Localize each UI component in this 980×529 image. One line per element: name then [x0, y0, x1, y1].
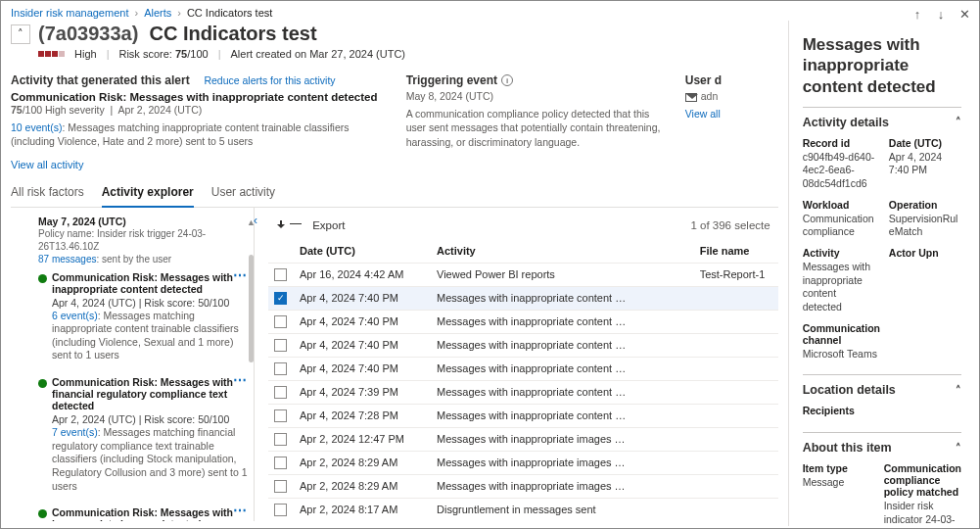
- record-id-label: Record id: [803, 137, 875, 149]
- info-icon[interactable]: i: [501, 74, 513, 86]
- row-checkbox[interactable]: [274, 386, 287, 399]
- view-all-user-link[interactable]: View all: [685, 108, 721, 120]
- risk-score: Risk score: 75/100: [118, 48, 208, 60]
- chevron-right-icon: ›: [177, 7, 181, 19]
- cell-date: Apr 2, 2024 12:47 PM: [300, 433, 437, 445]
- cell-date: Apr 16, 2024 4:42 AM: [300, 268, 437, 280]
- table-row[interactable]: Apr 2, 2024 8:29 AMMessages with inappro…: [268, 474, 778, 498]
- table-row[interactable]: Apr 16, 2024 4:42 AMViewed Power BI repo…: [268, 263, 778, 286]
- timeline-item-title: Communication Risk: Messages with inappr…: [52, 506, 233, 520]
- col-date[interactable]: Date (UTC): [300, 245, 437, 257]
- cell-activity: Messages with inappropriate images …: [437, 480, 700, 492]
- activity-title: Communication Risk: Messages with inappr…: [11, 91, 383, 103]
- tab-activity-explorer[interactable]: Activity explorer: [102, 179, 194, 208]
- timeline-item[interactable]: Communication Risk: Messages with financ…: [38, 376, 248, 493]
- activity-events: 10 event(s): Messages matching inappropr…: [11, 120, 383, 148]
- cell-date: Apr 4, 2024 7:40 PM: [300, 292, 437, 304]
- cell-date: Apr 2, 2024 8:29 AM: [300, 457, 437, 468]
- cell-activity: Messages with inappropriate content …: [437, 292, 700, 304]
- table-row[interactable]: Apr 4, 2024 7:40 PMMessages with inappro…: [268, 310, 778, 333]
- more-icon[interactable]: ⋯: [233, 376, 248, 384]
- timeline-item[interactable]: Communication Risk: Messages with inappr…: [38, 506, 248, 520]
- chevron-up-icon[interactable]: ˄: [956, 442, 961, 455]
- cell-date: Apr 4, 2024 7:39 PM: [300, 386, 437, 398]
- row-checkbox[interactable]: [274, 409, 287, 422]
- item-type-label: Item type: [803, 462, 870, 474]
- cell-date: Apr 4, 2024 7:40 PM: [300, 362, 437, 374]
- cell-activity: Messages with inappropriate images …: [437, 433, 700, 445]
- row-checkbox[interactable]: [274, 315, 287, 328]
- row-checkbox[interactable]: [274, 268, 287, 281]
- row-checkbox[interactable]: [274, 433, 287, 446]
- chevron-up-icon[interactable]: ˄: [956, 116, 961, 128]
- activity-header: Activity that generated this alert: [11, 73, 190, 87]
- row-checkbox[interactable]: [274, 480, 287, 493]
- activity-timeline: ▲ May 7, 2024 (UTC) Policy name: Insider…: [11, 208, 254, 521]
- more-icon[interactable]: ⋯: [233, 271, 248, 279]
- cell-activity: Messages with inappropriate images …: [437, 457, 700, 468]
- table-row[interactable]: Apr 4, 2024 7:40 PMMessages with inappro…: [268, 357, 778, 380]
- collapse-timeline-icon[interactable]: ‹: [254, 214, 257, 227]
- timeline-item-title: Communication Risk: Messages with financ…: [52, 376, 233, 411]
- tab-all-risk-factors[interactable]: All risk factors: [11, 179, 84, 207]
- scroll-hint[interactable]: ▲: [247, 217, 254, 230]
- workload-label: Workload: [803, 199, 875, 211]
- col-activity[interactable]: Activity: [437, 245, 700, 257]
- table-row[interactable]: Apr 4, 2024 7:39 PMMessages with inappro…: [268, 380, 778, 404]
- table-row[interactable]: Apr 4, 2024 7:40 PMMessages with inappro…: [268, 333, 778, 357]
- timeline-item-meta: Apr 4, 2024 (UTC) | Risk score: 50/100: [52, 297, 248, 309]
- row-checkbox[interactable]: [274, 457, 287, 469]
- crumb-alerts[interactable]: Alerts: [144, 7, 171, 19]
- export-button[interactable]: Export: [276, 219, 345, 231]
- cell-activity: Messages with inappropriate content …: [437, 386, 700, 398]
- record-id-value: c904fb49-d640-4ec2-6ea6-08dc54df1cd6: [803, 151, 875, 191]
- alert-meta: High| Risk score: 75/100| Alert created …: [38, 48, 778, 60]
- policy-value: Insider risk indicator 24-03-22T17.34.55…: [884, 500, 961, 526]
- cell-activity: Viewed Power BI reports: [437, 268, 700, 280]
- row-checkbox[interactable]: [274, 362, 287, 375]
- event-count-link[interactable]: 6 event(s): [52, 310, 98, 321]
- table-row[interactable]: Apr 4, 2024 7:28 PMMessages with inappro…: [268, 404, 778, 427]
- activity-label: Activity: [803, 247, 875, 259]
- event-count-link[interactable]: 10 event(s): [11, 121, 63, 133]
- workload-value: Communication compliance: [803, 213, 875, 239]
- row-checkbox[interactable]: ✓: [274, 292, 287, 305]
- policy-label: Communication compliance policy matched: [884, 462, 961, 498]
- reduce-alerts-link[interactable]: Reduce alerts for this activity: [204, 74, 335, 86]
- event-count-link[interactable]: 7 event(s): [52, 426, 98, 438]
- activity-details-header: Activity details: [803, 116, 889, 129]
- timeline-item[interactable]: Communication Risk: Messages with inappr…: [38, 271, 248, 363]
- date-label: Date (UTC): [889, 137, 961, 149]
- col-file[interactable]: File name: [700, 245, 778, 257]
- crumb-root[interactable]: Insider risk management: [11, 7, 128, 19]
- row-checkbox[interactable]: [274, 339, 287, 352]
- row-checkbox[interactable]: [274, 504, 287, 516]
- cell-date: Apr 4, 2024 7:40 PM: [300, 315, 437, 327]
- download-icon: [276, 220, 286, 230]
- about-item-header: About this item: [803, 441, 892, 455]
- cell-file: Test-Report-1: [700, 268, 778, 280]
- chevron-up-icon[interactable]: ˄: [956, 384, 961, 397]
- item-type-value: Message: [803, 476, 870, 490]
- view-all-activity-link[interactable]: View all activity: [11, 159, 83, 170]
- trigger-date: May 8, 2024 (UTC): [406, 89, 662, 103]
- tab-user-activity[interactable]: User activity: [211, 179, 275, 207]
- breadcrumb: Insider risk management › Alerts › CC In…: [1, 1, 979, 21]
- table-row[interactable]: Apr 2, 2024 8:17 AMDisgruntlement in mes…: [268, 498, 778, 521]
- location-details-header: Location details: [803, 383, 896, 397]
- chevron-up-icon: ˄: [18, 27, 23, 40]
- table-row[interactable]: Apr 2, 2024 12:47 PMMessages with inappr…: [268, 427, 778, 451]
- trigger-header: Triggering event: [406, 73, 497, 87]
- selection-count: 1 of 396 selecte: [690, 219, 770, 231]
- cell-activity: Disgruntlement in messages sent: [437, 504, 700, 515]
- channel-label: Communication channel: [803, 322, 880, 346]
- severity-bars-icon: [38, 51, 65, 57]
- collapse-button[interactable]: ˄: [11, 24, 30, 44]
- cell-activity: Messages with inappropriate content …: [437, 409, 700, 421]
- messages-link[interactable]: 87 messages: [38, 254, 96, 264]
- table-row[interactable]: Apr 2, 2024 8:29 AMMessages with inappro…: [268, 451, 778, 474]
- more-icon[interactable]: ⋯: [233, 506, 248, 514]
- recipients-label: Recipients: [803, 405, 961, 416]
- table-row[interactable]: ✓Apr 4, 2024 7:40 PMMessages with inappr…: [268, 286, 778, 310]
- channel-value: Microsoft Teams: [803, 348, 880, 361]
